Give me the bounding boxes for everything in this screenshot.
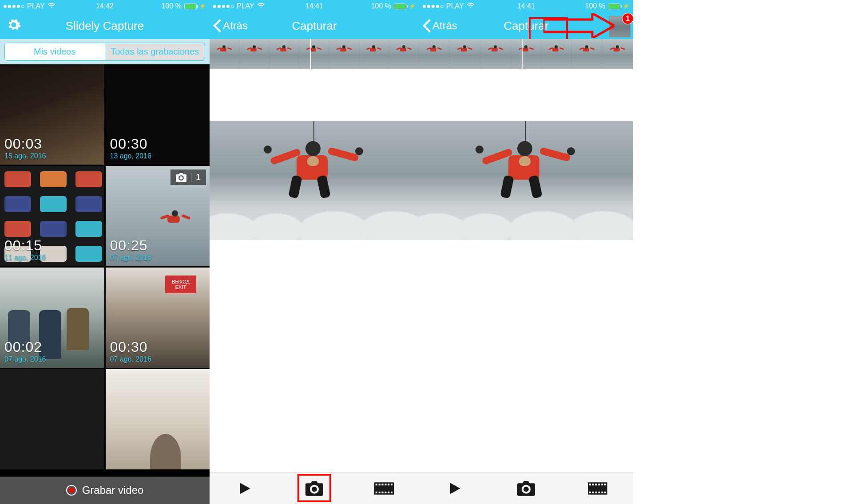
captured-photo-button[interactable]: 1 — [609, 16, 630, 37]
back-button[interactable]: Atrás — [423, 19, 457, 32]
scrubber-handle[interactable] — [522, 39, 523, 69]
status-time: 14:42 — [96, 2, 114, 10]
screen-capture-with-shot: PLAY 14:41 100 % ⚡ Atrás Capturar 1 — [419, 0, 633, 504]
video-date: 07 ago, 2016 — [4, 355, 46, 363]
video-duration: 00:25 — [110, 237, 151, 254]
photo-count: 1 — [196, 172, 201, 182]
tab-my-videos[interactable]: Mis videos — [4, 43, 105, 61]
back-label: Atrás — [432, 20, 457, 32]
status-bar: PLAY 14:41 100 % ⚡ — [210, 0, 419, 12]
status-time: 14:41 — [305, 2, 323, 10]
camera-icon — [517, 480, 535, 496]
record-video-button[interactable]: Grabar video — [0, 476, 210, 504]
nav-header: Atrás Capturar — [210, 12, 419, 39]
wifi-icon — [257, 1, 265, 11]
chevron-left-icon — [423, 19, 431, 32]
battery-pct-label: 100 % — [162, 2, 182, 10]
exit-sign: ВЫХОД EXIT — [165, 276, 196, 293]
video-date: 07 ago, 2016 — [110, 355, 151, 363]
video-item[interactable]: 00:03 15 ago, 2016 — [0, 64, 104, 165]
capture-photo-button[interactable] — [302, 478, 327, 499]
wifi-icon — [48, 1, 55, 11]
photo-count-badge: 1 — [170, 169, 206, 185]
signal-dots-icon — [4, 5, 24, 8]
gear-icon — [6, 17, 21, 32]
play-icon — [238, 482, 251, 495]
record-icon — [66, 485, 77, 496]
video-item[interactable] — [0, 369, 104, 469]
back-button[interactable]: Atrás — [213, 19, 248, 32]
skydiver-graphic — [460, 129, 593, 209]
video-duration: 00:30 — [110, 136, 151, 152]
video-date: 13 ago, 2016 — [110, 152, 151, 160]
battery-icon — [608, 4, 620, 9]
carrier-label: PLAY — [237, 2, 254, 10]
play-button[interactable] — [442, 478, 467, 499]
filter-tabs: Mis videos Todas las grabaciones — [0, 39, 210, 64]
tab-all-recordings[interactable]: Todas las grabaciones — [105, 43, 206, 61]
battery-icon — [394, 4, 406, 9]
signal-dots-icon — [423, 5, 444, 8]
capture-toolbar — [210, 472, 419, 504]
video-item[interactable] — [106, 369, 210, 469]
back-label: Atrás — [223, 20, 248, 32]
video-item[interactable]: 00:15 11 ago, 2016 — [0, 166, 104, 266]
signal-dots-icon — [213, 5, 234, 8]
charging-icon: ⚡ — [623, 3, 630, 9]
charging-icon: ⚡ — [409, 3, 416, 9]
video-grid: 00:03 15 ago, 2016 00:30 13 ago, 2016 — [0, 64, 210, 469]
filmstrip-icon — [588, 482, 607, 495]
video-date: 11 ago, 2016 — [4, 254, 46, 262]
page-title: Capturar — [503, 19, 548, 33]
wifi-icon — [467, 1, 475, 11]
video-item[interactable]: ВЫХОД EXIT 00:30 07 ago, 2016 — [106, 268, 210, 368]
filmstrip-button[interactable] — [585, 478, 610, 499]
video-item[interactable]: 1 00:25 07 ago, 2016 — [106, 166, 210, 266]
settings-button[interactable] — [6, 17, 21, 34]
record-label: Grabar video — [82, 484, 144, 496]
camera-icon — [176, 173, 186, 182]
video-date: 15 ago, 2016 — [4, 152, 46, 160]
status-time: 14:41 — [517, 2, 535, 10]
video-scrubber[interactable] — [210, 39, 419, 69]
capture-toolbar — [419, 472, 633, 504]
video-duration: 00:30 — [110, 339, 151, 355]
video-scrubber[interactable] — [419, 39, 633, 69]
status-bar: PLAY 14:41 100 % ⚡ — [419, 0, 633, 12]
page-title: Capturar — [292, 19, 337, 33]
nav-header: Atrás Capturar 1 — [419, 12, 633, 39]
charging-icon: ⚡ — [199, 3, 206, 9]
battery-pct-label: 100 % — [585, 2, 605, 10]
battery-pct-label: 100 % — [371, 2, 391, 10]
skydiver-graphic — [248, 129, 381, 209]
screen-library: PLAY 14:42 100 % ⚡ Slidely Capture Mis v… — [0, 0, 210, 504]
filmstrip-icon — [374, 482, 394, 495]
camera-icon — [305, 480, 323, 496]
status-bar: PLAY 14:42 100 % ⚡ — [0, 0, 210, 12]
chevron-left-icon — [213, 19, 221, 32]
video-date: 07 ago, 2016 — [110, 254, 151, 262]
screen-capture: PLAY 14:41 100 % ⚡ Atrás Capturar — [210, 0, 419, 504]
play-button[interactable] — [232, 478, 257, 499]
scrubber-handle[interactable] — [310, 39, 311, 69]
video-preview[interactable] — [210, 121, 419, 240]
nav-header: Slidely Capture — [0, 12, 210, 39]
video-item[interactable]: 00:02 07 ago, 2016 — [0, 268, 104, 368]
video-duration: 00:03 — [4, 136, 46, 152]
battery-icon — [184, 4, 197, 9]
video-duration: 00:15 — [4, 237, 46, 254]
capture-photo-button[interactable] — [514, 478, 539, 499]
filmstrip-button[interactable] — [372, 478, 396, 499]
video-preview[interactable] — [419, 121, 633, 240]
carrier-label: PLAY — [446, 2, 464, 10]
page-title: Slidely Capture — [66, 19, 144, 33]
video-item[interactable]: 00:30 13 ago, 2016 — [106, 64, 210, 165]
video-duration: 00:02 — [4, 339, 46, 355]
photo-count-badge: 1 — [622, 13, 633, 24]
carrier-label: PLAY — [27, 2, 45, 10]
play-icon — [448, 482, 461, 495]
